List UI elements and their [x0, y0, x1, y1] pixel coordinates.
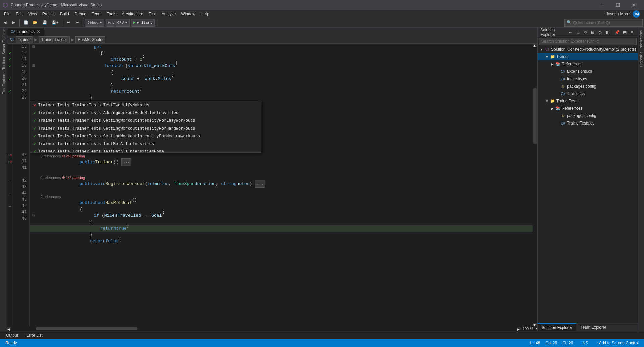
tree-item-solution[interactable]: ▼ ⬡ Solution 'ConnectProductivityDemo' (… — [538, 46, 638, 53]
se-tab-team[interactable]: Team Explorer — [576, 323, 610, 331]
status-ln: Ln 48 — [527, 341, 543, 345]
hscroll-thumb[interactable] — [36, 327, 137, 330]
se-collapse-btn[interactable]: ⊟ — [589, 29, 596, 36]
add-to-source-control[interactable]: ↑ Add to Source Control — [593, 341, 641, 345]
tree-item-extensions[interactable]: C# Extensions.cs — [538, 68, 638, 75]
breadcrumb-part1[interactable]: Trainer — [16, 36, 33, 43]
save-button[interactable]: 💾 — [41, 19, 49, 27]
se-props-btn[interactable]: ⚙ — [597, 29, 603, 36]
code-line-32: public Trainer() ... — [30, 159, 533, 165]
tree-item-references2[interactable]: ▶ 📚 References — [538, 105, 638, 112]
tree-expand-ttests[interactable]: ▼ — [544, 99, 550, 103]
menu-help[interactable]: Help — [198, 10, 212, 18]
se-close-btn[interactable]: ✕ — [629, 29, 635, 36]
se-preview-btn[interactable]: ◧ — [604, 29, 611, 36]
quick-launch-input[interactable] — [573, 21, 640, 25]
se-pin-btn[interactable]: 📌 — [614, 29, 620, 36]
editor-vscrollbar[interactable]: ▲ ▼ — [533, 44, 537, 326]
undo-button[interactable]: ↩ — [64, 19, 72, 27]
se-float-btn[interactable]: ⬒ — [621, 29, 628, 36]
tree-expand-refs2[interactable]: ▶ — [550, 107, 555, 110]
properties-strip-label[interactable]: Properties — [639, 50, 644, 68]
menu-file[interactable]: File — [1, 10, 13, 18]
tree-expand-refs1[interactable]: ▶ — [550, 62, 555, 66]
se-sync-btn[interactable]: ↔ — [567, 29, 574, 36]
editor-hscrollbar[interactable]: ◀ ▶ 100 % ◀ — [7, 326, 537, 331]
tab-icon: C# — [11, 30, 15, 34]
se-search-input[interactable] — [539, 38, 637, 45]
scrollbar-thumb[interactable] — [533, 88, 537, 143]
tree-item-trainercs[interactable]: C# Trainer.cs — [538, 90, 638, 97]
redo-button[interactable]: ↪ — [73, 19, 81, 27]
breadcrumb-part3[interactable]: HasMetGoal() — [75, 36, 105, 43]
platform-dropdown[interactable]: Any CPU ▼ — [106, 19, 130, 27]
code-line-47: } — [30, 232, 533, 238]
test-result-item[interactable]: ✓ Trainer.Tests.TrainerTests.TestGetAllI… — [30, 140, 261, 148]
tree-item-packages2[interactable]: ⚙ packages.config — [538, 112, 638, 119]
debug-config-dropdown[interactable]: Debug ▼ — [85, 19, 104, 27]
platform-label: Any CPU — [108, 21, 124, 25]
tree-item-trainertestscs[interactable]: C# TrainerTests.cs — [538, 119, 638, 127]
minimize-button[interactable]: ─ — [595, 0, 610, 10]
se-toolbar: ↔ ⌂ ↺ ⊟ ⚙ ◧ 📌 ⬒ ✕ — [567, 29, 635, 36]
tree-item-references1[interactable]: ▶ 📚 References — [538, 60, 638, 68]
se-home-btn[interactable]: ⌂ — [574, 29, 581, 36]
tree-expand-trainer[interactable]: ▼ — [544, 55, 550, 59]
menu-test[interactable]: Test — [146, 10, 159, 18]
tab-trainer-cs[interactable]: C# Trainer.cs ✕ — [7, 28, 44, 36]
test-result-item[interactable]: ✓ Trainer.Tests.TrainerTests.TestGetAllI… — [30, 148, 261, 152]
start-button[interactable]: ▶ ▶ Start — [131, 19, 155, 27]
status-ch: Ch 26 — [560, 341, 576, 345]
open-button[interactable]: 📂 — [31, 19, 39, 27]
test-result-item[interactable]: ✓ Trainer.Tests.TrainerTests.AddingWorko… — [30, 109, 261, 117]
menu-window[interactable]: Window — [178, 10, 198, 18]
code-line-43: { — [30, 206, 533, 212]
tree-expand-solution[interactable]: ▼ — [539, 48, 544, 51]
breadcrumb-part2[interactable]: Trainer.Trainer — [39, 36, 70, 43]
test-explorer-label[interactable]: Test Explorer — [1, 71, 6, 95]
save-all-button[interactable]: 💾+ — [50, 19, 60, 27]
new-project-button[interactable]: 📄 — [22, 19, 30, 27]
back-button[interactable]: ◀ — [1, 19, 9, 27]
debug-config-arrow: ▼ — [100, 21, 102, 25]
test-item-label: Trainer.Tests.TrainerTests.AddingWorkout… — [38, 111, 178, 115]
toolbox-label[interactable]: Toolbox — [1, 56, 6, 71]
tab-close-icon[interactable]: ✕ — [37, 29, 41, 34]
code-line-48: return false; — [30, 238, 533, 244]
tree-label-intensity: Intensity.cs — [567, 77, 587, 81]
server-explorer-label[interactable]: Server Explorer — [1, 28, 6, 56]
cs-file-icon-trainer: C# — [560, 91, 566, 96]
errorlist-tab[interactable]: Error List — [23, 331, 46, 339]
test-result-item[interactable]: ✓ Trainer.Tests.TrainerTests.GettingWork… — [30, 117, 261, 125]
test-result-item[interactable]: ✓ Trainer.Tests.TrainerTests.GettingWork… — [30, 132, 261, 140]
restore-button[interactable]: ❐ — [610, 0, 626, 10]
tree-label-refs1: References — [562, 62, 582, 66]
notifications-strip-label[interactable]: Notifications — [639, 29, 644, 50]
se-tab-solution[interactable]: Solution Explorer — [538, 323, 576, 331]
menu-analyze[interactable]: Analyze — [159, 10, 179, 18]
bc-icon: C# — [10, 38, 14, 41]
start-label: ▶ Start — [137, 20, 152, 25]
test-result-item[interactable]: ✕ Trainer.Tests.TrainerTests.TestTweetif… — [30, 101, 261, 109]
menu-debug[interactable]: Debug — [72, 10, 89, 18]
tree-item-intensity[interactable]: C# Intensity.cs — [538, 75, 638, 83]
sep3 — [83, 19, 83, 26]
tree-item-trainertests[interactable]: ▼ 📁 TrainerTests — [538, 97, 638, 105]
tree-item-packages1[interactable]: ⚙ packages.config — [538, 83, 638, 90]
menu-build[interactable]: Build — [57, 10, 72, 18]
menu-architecture[interactable]: Architecture — [119, 10, 146, 18]
code-line-44: ⊟ if (MilesTravelled == Goal) — [30, 212, 533, 219]
config-icon1: ⚙ — [560, 84, 566, 89]
close-button[interactable]: ✕ — [626, 0, 641, 10]
se-refresh-btn[interactable]: ↺ — [582, 29, 589, 36]
menu-project[interactable]: Project — [40, 10, 57, 18]
menu-view[interactable]: View — [26, 10, 40, 18]
forward-button[interactable]: ▶ — [10, 19, 17, 27]
output-tab[interactable]: Output — [3, 331, 21, 339]
menu-tools[interactable]: Tools — [104, 10, 119, 18]
tree-item-trainer[interactable]: ▼ 📁 Trainer — [538, 53, 638, 60]
menu-edit[interactable]: Edit — [13, 10, 26, 18]
code-content: ⊟ get { int count = 0; ⊟ foreach — [30, 44, 533, 326]
test-result-item[interactable]: ✓ Trainer.Tests.TrainerTests.GettingWork… — [30, 125, 261, 132]
menu-team[interactable]: Team — [89, 10, 104, 18]
